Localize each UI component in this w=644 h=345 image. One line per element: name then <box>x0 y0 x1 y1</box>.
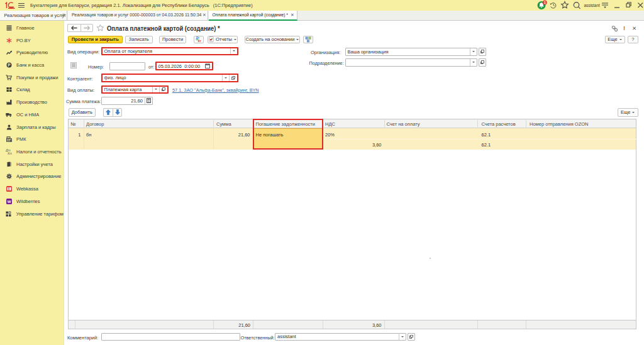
svg-text:assistant: assistant <box>584 3 600 8</box>
svg-text:Р: Р <box>8 63 11 67</box>
svg-text:W: W <box>7 200 11 204</box>
svg-text:Кт: Кт <box>198 40 202 42</box>
svg-text:Кт: Кт <box>8 151 12 155</box>
